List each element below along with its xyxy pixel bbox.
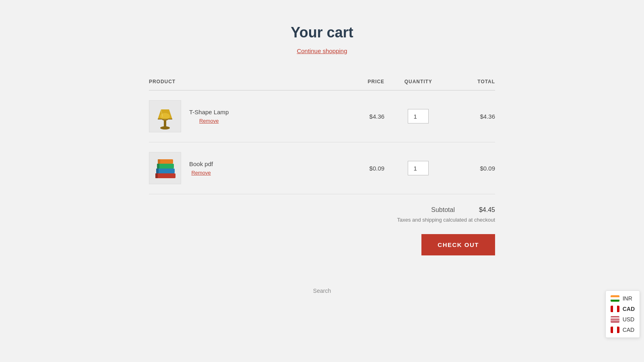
currency-cad2-label: CAD xyxy=(623,327,635,333)
cart-summary: Subtotal $4.45 Taxes and shipping calcul… xyxy=(149,206,495,255)
product-image xyxy=(149,152,181,184)
currency-cad[interactable]: CAD xyxy=(611,304,635,313)
svg-rect-7 xyxy=(156,169,159,173)
cart-table: PRODUCT PRICE QUANTITY TOTAL xyxy=(149,75,495,194)
product-price: $4.36 xyxy=(344,90,384,142)
checkout-button[interactable]: CHECK OUT xyxy=(421,234,495,255)
svg-rect-9 xyxy=(157,164,159,169)
svg-rect-8 xyxy=(157,164,174,169)
product-name: Book pdf xyxy=(189,160,213,167)
table-row: T-Shape Lamp Remove $4.36 $4.36 xyxy=(149,90,495,142)
cart-page: Your cart Continue shopping PRODUCT PRIC… xyxy=(141,0,503,326)
product-cell: Book pdf Remove xyxy=(149,152,344,184)
currency-inr[interactable]: INR xyxy=(611,294,635,303)
svg-rect-4 xyxy=(155,173,175,178)
flag-india-icon xyxy=(611,295,619,302)
continue-shopping-section: Continue shopping xyxy=(149,47,495,55)
subtotal-value: $4.45 xyxy=(479,206,495,214)
subtotal-label: Subtotal xyxy=(431,206,455,214)
col-header-product: PRODUCT xyxy=(149,75,344,90)
product-image xyxy=(149,100,181,132)
flag-canada-icon xyxy=(611,306,619,312)
table-row: Book pdf Remove $0.09 $0.09 xyxy=(149,142,495,194)
quantity-input[interactable] xyxy=(408,161,429,175)
product-name: T-Shape Lamp xyxy=(189,109,229,115)
taxes-note: Taxes and shipping calculated at checkou… xyxy=(397,217,495,223)
currency-cad2[interactable]: CAD xyxy=(611,325,635,334)
product-quantity-cell xyxy=(384,142,452,194)
flag-canada2-icon xyxy=(611,327,619,333)
search-label: Search xyxy=(313,288,331,294)
svg-point-3 xyxy=(160,113,170,119)
product-total: $0.09 xyxy=(452,142,495,194)
col-header-price: PRICE xyxy=(344,75,384,90)
svg-rect-6 xyxy=(156,169,175,173)
currency-usd[interactable]: USD xyxy=(611,315,635,324)
continue-shopping-link[interactable]: Continue shopping xyxy=(297,47,347,54)
currency-cad-label: CAD xyxy=(623,306,635,312)
currency-usd-label: USD xyxy=(623,316,635,323)
svg-rect-11 xyxy=(158,159,160,164)
product-price: $0.09 xyxy=(344,142,384,194)
currency-selector: INR CAD USD CAD xyxy=(605,290,640,338)
product-info: Book pdf Remove xyxy=(189,160,213,176)
quantity-input[interactable] xyxy=(408,109,429,123)
remove-button[interactable]: Remove xyxy=(189,170,213,176)
col-header-quantity: QUANTITY xyxy=(384,75,452,90)
footer-search: Search xyxy=(149,288,495,294)
product-cell: T-Shape Lamp Remove xyxy=(149,100,344,132)
remove-button[interactable]: Remove xyxy=(189,118,229,124)
page-title: Your cart xyxy=(149,24,495,41)
product-quantity-cell xyxy=(384,90,452,142)
flag-usa-icon xyxy=(611,316,619,323)
product-info: T-Shape Lamp Remove xyxy=(189,109,229,124)
subtotal-row: Subtotal $4.45 xyxy=(431,206,495,214)
col-header-total: TOTAL xyxy=(452,75,495,90)
svg-rect-5 xyxy=(155,173,158,178)
currency-inr-label: INR xyxy=(623,295,632,302)
product-total: $4.36 xyxy=(452,90,495,142)
